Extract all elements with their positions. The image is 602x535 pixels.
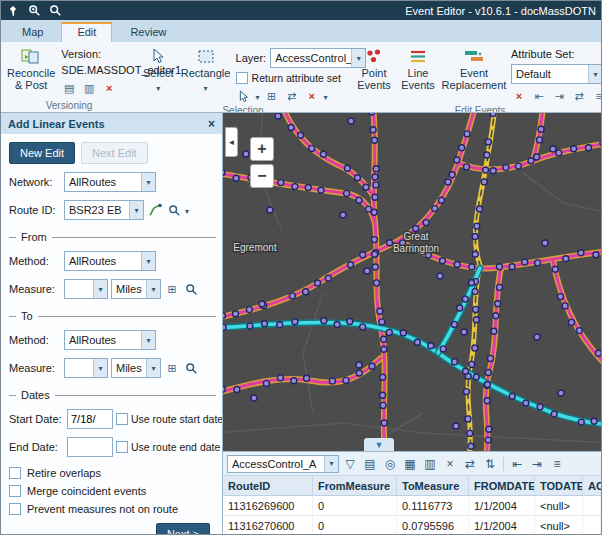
use-route-start-checkbox[interactable] (116, 413, 128, 425)
to-section-label: To (21, 310, 33, 322)
to-measure-zoom-icon[interactable] (183, 360, 199, 376)
header-tomeasure[interactable]: ToMeasure (397, 476, 469, 495)
select-mode-caret-icon[interactable] (256, 90, 260, 102)
map-canvas[interactable]: Egremont Great Barrington ◄ + − (223, 113, 601, 451)
group-versioning: Reconcile & Post Version: SDE.MASSDOT_ed… (1, 42, 137, 112)
version-paste-icon[interactable] (81, 80, 97, 96)
zoom-icon[interactable] (48, 4, 62, 18)
snap-start-icon[interactable] (531, 88, 547, 104)
snap-end-icon[interactable] (551, 88, 567, 104)
to-unit-select[interactable]: Miles (111, 358, 161, 378)
delete-event-icon[interactable] (511, 88, 527, 104)
from-measure-pick-icon[interactable] (164, 281, 180, 297)
header-ac[interactable]: AC (583, 476, 601, 495)
tab-map[interactable]: Map (7, 23, 58, 42)
merge-coincident-checkbox[interactable] (9, 485, 21, 497)
table-row[interactable]: 11316270600 0 0.0795596 1/1/2004 <null> (223, 516, 601, 535)
table-row[interactable]: 11316269600 0 0.1116773 1/1/2004 <null> (223, 496, 601, 516)
point-events-button[interactable]: Point Events (353, 44, 395, 104)
attribute-set-select[interactable]: Default (511, 64, 601, 84)
end-date-label: End Date: (9, 441, 64, 453)
version-delete-icon[interactable] (101, 80, 117, 96)
point-events-label: Point Events (355, 67, 393, 91)
select-button[interactable]: Select (141, 44, 176, 104)
tab-edit[interactable]: Edit (61, 22, 112, 42)
from-measure-zoom-icon[interactable] (183, 281, 199, 297)
zoom-out-button[interactable]: − (250, 164, 274, 188)
layer-label: Layer: (236, 52, 267, 64)
from-method-select[interactable]: AllRoutes (64, 251, 156, 271)
event-replacement-button[interactable]: Event Replacement (441, 44, 507, 104)
to-measure-combo[interactable] (64, 358, 108, 378)
ribbon-tabs: Map Edit Review (1, 20, 601, 42)
cell-tomeasure: 0.0795596 (397, 516, 469, 535)
filter-icon[interactable] (341, 455, 359, 473)
map-label-barrington: Barrington (393, 243, 439, 254)
chevron-down-icon (141, 173, 155, 191)
select-features-icon[interactable] (236, 88, 252, 104)
go-first-icon[interactable] (508, 455, 526, 473)
more-options-icon[interactable] (591, 88, 601, 104)
prevent-measures-checkbox[interactable] (9, 503, 21, 515)
go-last-icon[interactable] (528, 455, 546, 473)
selection-options-caret-icon[interactable] (324, 90, 328, 102)
cell-tomeasure: 0.1116773 (397, 496, 469, 515)
cell-routeid: 11316270600 (223, 516, 313, 535)
reconcile-post-button[interactable]: Reconcile & Post (5, 44, 57, 99)
zoom-in-button[interactable]: + (250, 137, 274, 161)
header-todate[interactable]: TODATE (535, 476, 583, 495)
return-attribute-set-checkbox[interactable] (236, 72, 248, 84)
clear-grid-selection-icon[interactable] (441, 455, 459, 473)
return-attribute-set-label: Return attribute set (252, 72, 341, 84)
line-events-button[interactable]: Line Events (399, 44, 437, 104)
route-zoom-caret-icon[interactable] (185, 204, 189, 216)
tab-review[interactable]: Review (115, 23, 181, 42)
use-route-end-checkbox[interactable] (116, 441, 128, 453)
retire-overlaps-checkbox[interactable] (9, 467, 21, 479)
route-id-select[interactable]: BSR23 EB (64, 200, 144, 220)
chevron-down-icon (146, 359, 160, 377)
rectangle-button[interactable]: Rectangle (180, 44, 232, 104)
zoom-to-selection-icon[interactable] (381, 455, 399, 473)
close-icon[interactable] (208, 117, 215, 131)
sort-icon[interactable] (481, 455, 499, 473)
start-date-input[interactable] (67, 409, 113, 429)
clear-selection-icon[interactable] (304, 88, 320, 104)
rectangle-caret-icon[interactable] (204, 81, 208, 95)
main-area: Add Linear Events New Edit Next Edit Net… (1, 113, 601, 535)
grid-collapse-handle[interactable] (364, 438, 394, 451)
use-route-end-label: Use route end date (131, 441, 220, 453)
select-caret-icon[interactable] (156, 81, 160, 95)
switch-grid-selection-icon[interactable] (461, 455, 479, 473)
switch-selection-icon[interactable] (284, 88, 300, 104)
route-zoom-icon[interactable] (166, 202, 182, 218)
to-measure-pick-icon[interactable] (164, 360, 180, 376)
pin-icon[interactable] (6, 4, 20, 18)
select-by-attributes-icon[interactable] (264, 88, 280, 104)
from-unit-select[interactable]: Miles (111, 279, 161, 299)
network-select[interactable]: AllRoutes (64, 172, 156, 192)
version-copy-icon[interactable] (61, 80, 77, 96)
to-method-select[interactable]: AllRoutes (64, 330, 156, 350)
header-frommeasure[interactable]: FromMeasure (313, 476, 397, 495)
network-value: AllRoutes (65, 176, 141, 188)
new-edit-button[interactable]: New Edit (9, 142, 75, 164)
route-picker-icon[interactable] (147, 202, 163, 218)
records-icon[interactable] (361, 455, 379, 473)
grid-layer-select[interactable]: AccessControl_A (227, 455, 339, 473)
zoom-in-icon[interactable] (27, 4, 41, 18)
collapse-panel-button[interactable]: ◄ (225, 127, 238, 157)
next-button[interactable]: Next > (156, 523, 210, 535)
event-replacement-icon (464, 47, 484, 65)
from-method-value: AllRoutes (65, 255, 141, 267)
cell-ac (583, 516, 601, 535)
columns-icon[interactable] (421, 455, 439, 473)
from-measure-combo[interactable] (64, 279, 108, 299)
flip-event-icon[interactable] (571, 88, 587, 104)
grid-options-icon[interactable] (548, 455, 566, 473)
end-date-input[interactable] (67, 437, 113, 457)
header-fromdate[interactable]: FROMDATE (469, 476, 535, 495)
route-id-value: BSR23 EB (65, 204, 129, 216)
attribute-table-icon[interactable] (401, 455, 419, 473)
header-routeid[interactable]: RouteID (223, 476, 313, 495)
